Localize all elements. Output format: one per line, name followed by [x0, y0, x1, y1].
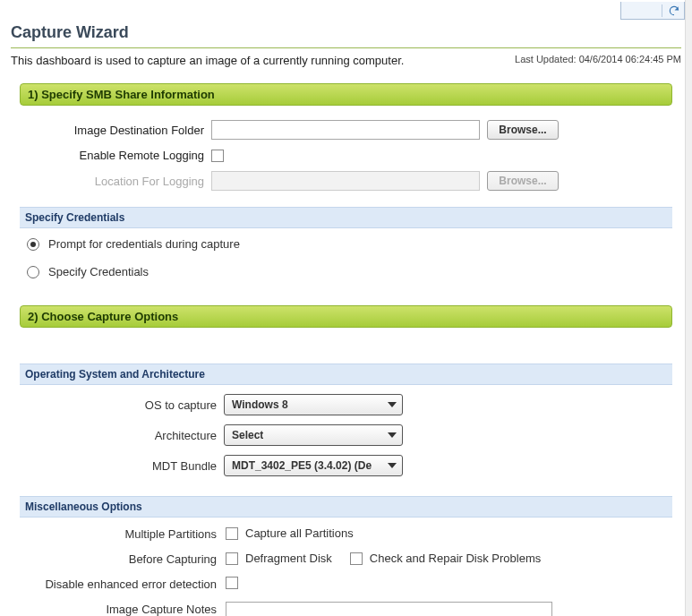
specify-credentials-header: Specify Credentials [20, 207, 672, 228]
radio-prompt[interactable] [27, 238, 39, 251]
architecture-label: Architecture [20, 429, 217, 442]
image-capture-notes-input[interactable] [226, 602, 552, 616]
radio-specify-row[interactable]: Specify Credentials [27, 265, 672, 278]
radio-prompt-row[interactable]: Prompt for credentials during capture [27, 237, 672, 251]
location-logging-input [211, 171, 480, 191]
os-arch-header: Operating System and Architecture [20, 364, 672, 385]
misc-options-header: Miscellaneous Options [20, 496, 672, 518]
defragment-disk-checkbox[interactable] [226, 552, 238, 565]
multiple-partitions-label: Multiple Partitions [20, 526, 217, 541]
disable-error-detection-label: Disable enhanced error detection [20, 577, 217, 591]
image-destination-label: Image Destination Folder [25, 124, 204, 137]
section-capture-options-header: 2) Choose Capture Options [20, 305, 672, 328]
radio-specify-label: Specify Credentials [48, 265, 149, 278]
section-smb-header: 1) Specify SMB Share Information [20, 83, 672, 106]
before-capturing-label: Before Capturing [20, 552, 217, 566]
scrollbar-track[interactable] [685, 0, 692, 616]
os-to-capture-label: OS to capture [20, 398, 217, 412]
architecture-value: Select [232, 429, 263, 441]
location-logging-label: Location For Logging [25, 175, 204, 188]
refresh-icon[interactable] [668, 4, 680, 17]
capture-all-partitions-label: Capture all Partitions [245, 526, 354, 540]
page-description: This dashboard is used to capture an ima… [11, 54, 404, 67]
toolbar-divider [662, 4, 662, 17]
defragment-disk-label: Defragment Disk [245, 552, 332, 565]
radio-prompt-label: Prompt for credentials during capture [48, 237, 240, 251]
enable-remote-logging-label: Enable Remote Logging [25, 149, 204, 162]
os-to-capture-select[interactable]: Windows 8 [224, 394, 403, 415]
disable-error-detection-checkbox[interactable] [226, 577, 238, 589]
browse-logging-button: Browse... [487, 171, 559, 191]
chevron-down-icon [388, 463, 397, 468]
architecture-select[interactable]: Select [224, 424, 403, 446]
chevron-down-icon [388, 432, 397, 438]
mdt-bundle-label: MDT Bundle [20, 459, 217, 473]
mdt-bundle-value: MDT_3402_PE5 (3.4.02) (De [232, 459, 372, 472]
os-to-capture-value: Windows 8 [232, 398, 288, 411]
last-updated: Last Updated: 04/6/2014 06:24:45 PM [515, 54, 681, 64]
image-capture-notes-label: Image Capture Notes [20, 602, 217, 616]
image-destination-input[interactable] [211, 120, 480, 140]
capture-all-partitions-checkbox[interactable] [226, 527, 238, 540]
toolbar-box [620, 2, 685, 20]
check-repair-checkbox[interactable] [350, 552, 363, 565]
chevron-down-icon [388, 402, 397, 407]
check-repair-label: Check and Repair Disk Problems [370, 552, 541, 565]
mdt-bundle-select[interactable]: MDT_3402_PE5 (3.4.02) (De [224, 455, 403, 476]
page-title: Capture Wizard [11, 23, 681, 42]
radio-specify[interactable] [27, 266, 39, 278]
enable-remote-logging-checkbox[interactable] [211, 150, 224, 162]
browse-destination-button[interactable]: Browse... [487, 120, 559, 140]
title-rule [11, 47, 681, 48]
